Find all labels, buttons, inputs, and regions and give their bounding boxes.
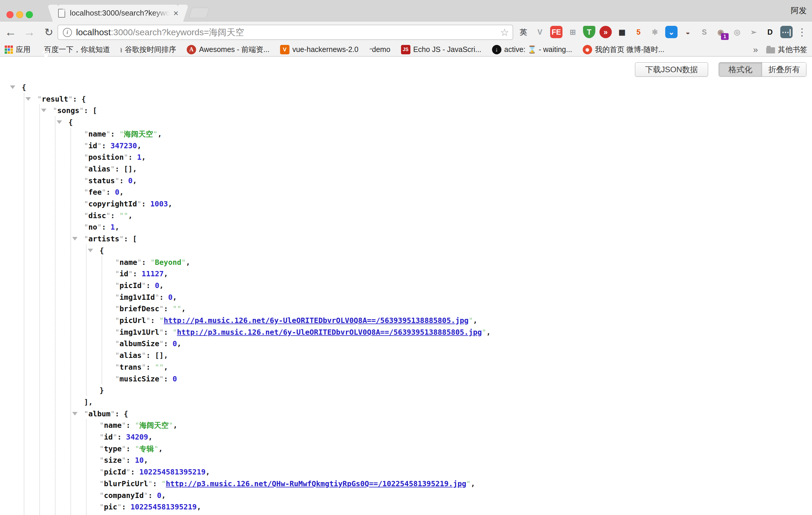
collapse-toggle-icon[interactable] xyxy=(10,85,15,89)
json-token: , xyxy=(173,293,177,302)
json-number-value: 1 xyxy=(137,153,142,162)
json-token: " xyxy=(160,339,164,348)
json-token: " xyxy=(154,445,158,453)
json-number-value: 1003 xyxy=(150,200,168,208)
json-token: " xyxy=(135,421,139,430)
json-token: [] xyxy=(124,165,133,173)
tab-close-icon[interactable]: × xyxy=(173,9,178,18)
json-token: : xyxy=(146,351,155,360)
json-token: , xyxy=(157,130,162,138)
json-token: : xyxy=(124,235,133,243)
new-tab-button[interactable] xyxy=(188,8,210,18)
json-token: , xyxy=(160,281,164,290)
json-key: name xyxy=(119,258,137,266)
json-key: blurPicUrl xyxy=(104,480,148,488)
json-line: "albumSize": 0, xyxy=(115,339,181,348)
json-token: , xyxy=(162,491,166,500)
json-token: : xyxy=(102,142,110,150)
json-key: status xyxy=(88,176,115,185)
json-line: "size": 10, xyxy=(99,456,148,465)
json-token: : xyxy=(106,188,115,196)
json-line: "type": "专辑", xyxy=(99,445,163,453)
json-token: , xyxy=(133,176,137,185)
json-token: : xyxy=(164,339,173,348)
collapse-toggle-icon[interactable] xyxy=(41,109,47,112)
page-content: 下载JSON数据 格式化 折叠所有 {"result": {"songs": [… xyxy=(0,57,812,515)
collapse-toggle-icon[interactable] xyxy=(72,412,78,416)
collapse-toggle-icon[interactable] xyxy=(88,249,93,252)
json-key: picUrl xyxy=(119,316,146,325)
json-key: companyId xyxy=(104,491,144,500)
json-key: id xyxy=(88,142,97,150)
json-token: " xyxy=(84,176,88,185)
json-token: : xyxy=(142,258,150,266)
json-token: " xyxy=(162,480,166,488)
json-token: " xyxy=(115,339,119,348)
json-empty-string: "" xyxy=(155,363,164,371)
json-line: "companyId": 0, xyxy=(99,491,166,500)
json-key: picId xyxy=(119,281,142,290)
json-token: " xyxy=(115,293,119,302)
json-line: "disc": "", xyxy=(84,211,133,220)
collapse-toggle-icon[interactable] xyxy=(26,97,31,101)
json-line: "alias": [], xyxy=(84,165,137,174)
tree-guide-line xyxy=(70,128,71,515)
json-line: { xyxy=(22,83,26,92)
json-number-value: 102254581395219 xyxy=(130,503,197,511)
json-key: name xyxy=(88,130,106,138)
json-token: , xyxy=(205,468,210,476)
json-token: { xyxy=(124,409,128,418)
json-token: " xyxy=(119,130,124,138)
json-token: " xyxy=(84,153,88,162)
json-token: : xyxy=(133,269,142,278)
json-token: , xyxy=(119,188,124,196)
json-token: " xyxy=(117,503,121,511)
json-key: img1v1Id xyxy=(119,293,155,302)
json-line: "no": 1, xyxy=(84,223,119,232)
json-token: [ xyxy=(133,235,137,243)
json-token: } xyxy=(99,386,104,395)
json-url-link[interactable]: http://p4.music.126.net/6y-UleORITEDbvrO… xyxy=(164,316,469,325)
json-token: : xyxy=(119,176,128,185)
json-token: " xyxy=(84,223,88,231)
json-token: : xyxy=(146,281,155,290)
json-token: " xyxy=(99,433,104,441)
json-token: , xyxy=(486,328,491,337)
json-key: fee xyxy=(88,188,102,196)
json-token: , xyxy=(148,433,153,441)
json-token: " xyxy=(142,351,146,360)
json-token: { xyxy=(99,246,104,255)
collapse-toggle-icon[interactable] xyxy=(57,120,62,124)
json-key: id xyxy=(119,269,128,278)
json-token: " xyxy=(99,503,104,511)
json-url-link[interactable]: http://p3.music.126.net/QHw-RuMwfQkmgtiy… xyxy=(166,480,466,488)
json-token: , xyxy=(133,165,137,173)
json-key: pic xyxy=(104,503,117,511)
json-token: : xyxy=(102,223,110,231)
json-token: , xyxy=(197,503,201,511)
json-token: , xyxy=(137,142,142,150)
json-token: " xyxy=(99,445,104,453)
json-token: " xyxy=(115,281,119,290)
json-token: , xyxy=(181,305,186,313)
tree-guide-line xyxy=(55,116,56,515)
json-url-link[interactable]: http://p3.music.126.net/6y-UleORITEDbvrO… xyxy=(177,328,482,337)
json-string-value: 海阔天空 xyxy=(124,130,153,138)
json-line: { xyxy=(99,246,104,255)
json-token: " xyxy=(144,491,148,500)
json-number-value: 347230 xyxy=(110,142,137,150)
json-number-value: 11127 xyxy=(142,269,164,278)
active-tab[interactable]: localhost:3000/search?keywor × xyxy=(58,5,178,22)
tree-guide-line xyxy=(86,245,87,396)
json-token: : xyxy=(126,421,135,430)
json-line: "picId": 0, xyxy=(115,281,164,290)
json-string-value: Beyond xyxy=(155,258,181,266)
json-string-value: 海阔天空 xyxy=(140,421,169,430)
json-token: , xyxy=(471,480,475,488)
collapse-toggle-icon[interactable] xyxy=(72,237,78,240)
json-token: " xyxy=(102,188,106,196)
json-token: : xyxy=(115,165,124,173)
json-line: "artists": [ xyxy=(84,235,137,244)
json-token: " xyxy=(137,200,142,208)
json-tree: {"result": {"songs": [{"name": "海阔天空","i… xyxy=(0,0,812,515)
